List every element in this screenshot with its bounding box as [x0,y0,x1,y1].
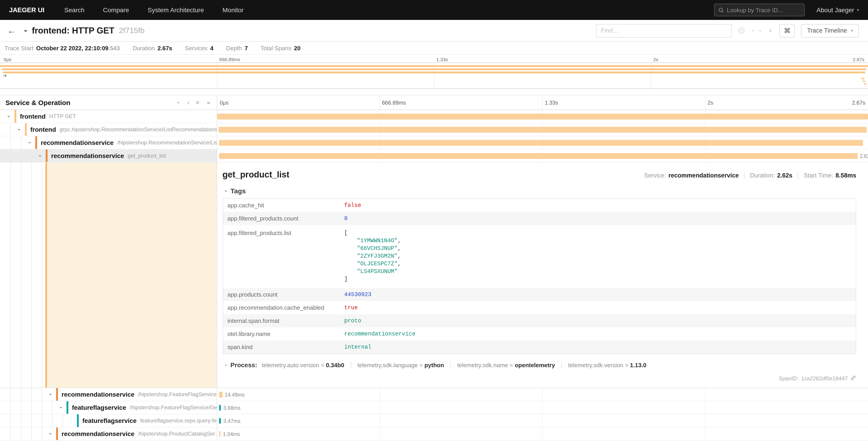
minimap-tick: 0μs [4,57,11,62]
span-name-cell[interactable]: › recommendationservice /hipstershop.Pro… [0,428,217,440]
operation-name: /hipstershop.FeatureFlagService… [138,391,217,398]
tags-section-title: Tags [230,187,246,195]
minimap-tick: 1.33s [436,57,448,62]
span-bar[interactable] [219,153,858,159]
chevron-down-icon[interactable]: › [47,431,54,437]
tag-value: recommendationservice [340,328,420,340]
find-input[interactable] [596,24,732,37]
tag-value-list: [ 1YMWWN1N4O 66VCHSJNUP 2ZYFJ3GM2N OLJCE… [340,227,405,286]
span-rows: › frontend HTTP GET › frontend grpc.hips… [0,110,868,441]
span-duration-label: 14.49ms [225,392,245,398]
timeline-ruler: 0μs 666.89ms 1.33s 2s 2.67s [217,95,868,110]
nav-item-search[interactable]: Search [64,6,84,13]
span-bar[interactable] [219,418,221,424]
jaeger-trace-page: JAEGER UI Search Compare System Architec… [0,0,868,441]
chevron-up-icon[interactable]: › [751,27,753,34]
span-bar-cell[interactable]: 14.49ms [217,388,868,401]
service-color-bar [56,388,58,401]
list-item: 66VCHSJNUP [344,245,401,253]
trace-start-value: October 22 2022, 22:10:09.543 [36,45,120,51]
list-item: LS4PSXUNUM [344,268,401,276]
process-attribute: telemetry.auto.version0.34b0 [262,361,344,368]
chevron-down-icon[interactable]: › [58,404,65,411]
nav-item-monitor[interactable]: Monitor [222,6,244,13]
span-bar[interactable] [219,392,223,398]
chevron-down-icon[interactable]: › [37,153,44,159]
bracket-close: ] [344,276,401,284]
operation-name: /hipstershop.RecommendationService/Lis… [117,140,217,146]
nav-item-system-architecture[interactable]: System Architecture [148,6,204,13]
start-time-value: 8.58ms [835,172,856,179]
trace-minimap[interactable] [0,62,868,89]
span-name-cell[interactable]: › featureflagservice /hipstershop.Featur… [0,401,217,414]
tag-key: app.cache_hit [223,199,340,211]
span-bar[interactable] [219,405,221,411]
span-detail-meta: Service:recommendationservice Duration:2… [644,172,857,179]
trace-view-selector[interactable]: Trace Timeline ▾ [801,24,859,37]
brand-jaeger-ui[interactable]: JAEGER UI [9,6,44,13]
collapse-trace-chevron[interactable]: › [25,27,27,35]
service-name: frontend [30,126,56,133]
minimap-span-bar [3,71,866,74]
trace-id-input[interactable] [727,6,801,13]
span-bar-cell[interactable]: 1.04ms [217,428,868,440]
tag-value: 8 [340,212,352,224]
service-operation-header: Service & Operation › › » » [0,95,217,110]
nav-item-compare[interactable]: Compare [103,6,129,13]
minimap-span-bar [0,65,868,67]
minimap-tick: 2s [653,57,658,62]
span-detail-row: get_product_list Service:recommendations… [0,163,868,388]
span-bar-cell[interactable]: 3.68ms [217,401,868,414]
back-button[interactable]: ← [7,26,16,35]
span-bar[interactable] [219,431,221,437]
chevron-down-icon[interactable]: › [16,126,23,133]
minimap-span-bar [863,81,866,82]
span-bar[interactable] [219,127,867,133]
span-name-cell[interactable]: › featureflagservice featureflagservice.… [0,414,217,427]
services-label: Services [185,45,208,51]
trace-header-controls: › › × ⌘ Trace Timeline ▾ [596,24,859,37]
chevron-down-icon[interactable]: › [47,391,54,398]
collapse-all-icon[interactable]: » [196,99,199,106]
ruler-tick: 666.89ms [382,99,406,106]
span-name-cell[interactable]: › recommendationservice /hipstershop.Rec… [0,136,217,149]
keyboard-shortcuts-button[interactable]: ⌘ [779,24,795,37]
tag-row: otel.library.name recommendationservice [223,327,856,341]
collapse-one-icon[interactable]: › [178,99,180,106]
process-section-toggle[interactable]: › Process: telemetry.auto.version0.34b0 … [222,361,856,369]
chevron-down-icon[interactable]: › [5,113,13,120]
span-bar-cell[interactable]: 2.62s [217,149,868,162]
trace-id-short: 2f715fb [119,26,144,35]
circle-minus-icon[interactable] [738,27,745,34]
operation-name: HTTP GET [49,113,76,120]
bracket-open: [ [344,230,401,237]
span-bar-cell[interactable] [217,110,868,123]
span-bar-cell[interactable] [217,123,868,136]
chevron-down-icon[interactable]: › [26,140,33,146]
expand-one-icon[interactable]: › [187,99,189,106]
trace-id-lookup[interactable] [714,4,805,16]
span-bar-cell[interactable] [217,136,868,149]
expand-all-icon[interactable]: » [207,99,210,106]
span-bar[interactable] [217,114,868,120]
span-row: › recommendationservice /hipstershop.Pro… [0,428,868,441]
about-jaeger-menu[interactable]: About Jaeger ▾ [816,6,859,13]
service-color-bar [14,110,16,123]
span-name-cell[interactable]: › recommendationservice get_product_list [0,149,217,162]
tag-row: app.cache_hit false [223,199,856,212]
span-name-cell[interactable]: › recommendationservice /hipstershop.Fea… [0,388,217,401]
list-item: 1YMWWN1N4O [344,237,401,245]
span-name-cell[interactable]: › frontend grpc.hipstershop.Recommendati… [0,123,217,136]
chevron-right-icon: › [225,362,227,368]
close-icon[interactable]: × [768,27,772,34]
link-icon[interactable] [850,375,856,382]
ruler-tick: 0μs [220,99,228,106]
trace-page-header: ← › frontend: HTTP GET 2f715fb › › × ⌘ T… [0,20,868,42]
span-name-cell[interactable]: › frontend HTTP GET [0,110,217,123]
chevron-down-icon[interactable]: › [760,27,762,34]
tags-section-toggle[interactable]: › Tags [222,187,856,195]
span-bar-cell[interactable]: 3.47ms [217,414,868,427]
span-row: › recommendationservice /hipstershop.Rec… [0,136,868,149]
service-name: frontend [20,113,46,120]
span-bar[interactable] [219,140,863,146]
